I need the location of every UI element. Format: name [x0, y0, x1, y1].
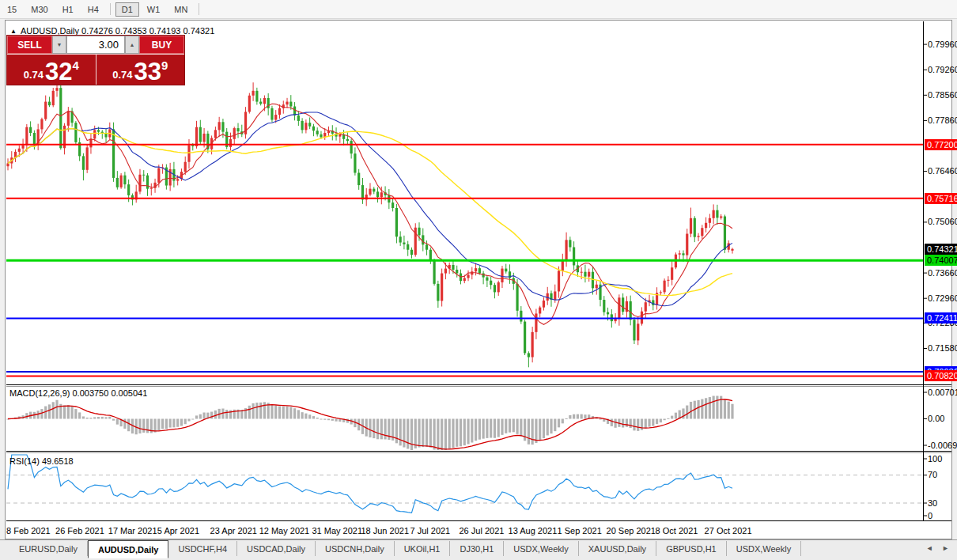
- chart-symbol: AUDUSD,Daily: [21, 26, 79, 36]
- chevron-down-icon: ▼: [57, 42, 62, 47]
- rsi-axis-label: 100: [928, 454, 942, 464]
- price-tick-label: 0.72960: [928, 293, 957, 303]
- price-tag-0.74007: 0.74007: [925, 255, 957, 266]
- timeframe-button-d1[interactable]: D1: [115, 2, 139, 17]
- date-axis-label: 7 Jul 2021: [410, 526, 450, 535]
- price-tag-0.70820: 0.70820: [925, 370, 957, 381]
- one-click-trade-panel: SELL ▼ 3.00 ▲ BUY 0.74 32 4 0.74 33 9: [7, 36, 184, 85]
- volume-input[interactable]: 3.00: [66, 36, 125, 54]
- buy-price[interactable]: 0.74 33 9: [96, 55, 185, 85]
- sell-price-prefix: 0.74: [24, 69, 44, 81]
- chart-tabbar: EURUSD,DailyAUDUSD,DailyUSDCHF,H4USDCAD,…: [0, 539, 957, 560]
- price-tag-0.75716: 0.75716: [925, 193, 957, 204]
- toolbar-separator: [110, 3, 111, 15]
- date-axis-label: 31 May 2021: [312, 526, 362, 535]
- timeframe-toolbar: 15M30H1H4D1W1MN: [0, 0, 957, 19]
- macd-axis-label: 0.00: [928, 414, 944, 423]
- chart-tab-usdx-weekly[interactable]: USDX,Weekly: [727, 541, 801, 556]
- rsi-axis-label: 30: [928, 498, 937, 508]
- date-axis-label: 1 Sep 2021: [558, 526, 602, 535]
- chart-tab-gbpusd-h1[interactable]: GBPUSD,H1: [656, 541, 727, 556]
- price-tick-label: 0.75060: [928, 217, 957, 226]
- rsi-axis-label: 0: [928, 511, 932, 520]
- mt4-window: 15M30H1H4D1W1MN ▲ AUDUSD,Daily 0.74276 0…: [0, 0, 957, 560]
- price-tag-0.77200: 0.77200: [925, 139, 957, 150]
- date-axis-label: 8 Oct 2021: [656, 526, 698, 535]
- date-axis-label: 26 Jul 2021: [459, 526, 504, 535]
- date-axis-label: 17 Mar 2021: [108, 526, 157, 535]
- date-axis-label: 18 Jun 2021: [361, 526, 409, 535]
- price-tick-label: 0.73660: [928, 268, 957, 278]
- timeframe-button-h1[interactable]: H1: [56, 2, 80, 17]
- chart-tab-usdchf-h4[interactable]: USDCHF,H4: [168, 541, 237, 556]
- price-tick-label: 0.79960: [928, 40, 957, 49]
- rsi-label: RSI(14) 49.6518: [9, 456, 74, 466]
- price-tick-label: 0.79260: [928, 65, 957, 74]
- sell-price-big: 32: [45, 62, 72, 81]
- tab-scroll-left-icon[interactable]: ◄: [926, 544, 933, 552]
- chart-tab-dj30-h1[interactable]: DJ30,H1: [450, 541, 504, 556]
- date-axis-label: 13 Aug 2021: [509, 526, 558, 535]
- buy-price-sup: 9: [161, 61, 168, 70]
- date-axis-label: 12 May 2021: [259, 526, 310, 535]
- buy-price-prefix: 0.74: [112, 69, 132, 81]
- buy-price-big: 33: [134, 62, 161, 81]
- trade-controls-row: SELL ▼ 3.00 ▲ BUY: [7, 36, 184, 55]
- collapse-arrow-icon[interactable]: ▲: [10, 28, 17, 35]
- chart-tab-eurusd-daily[interactable]: EURUSD,Daily: [9, 541, 88, 556]
- chart-tab-usdx-weekly[interactable]: USDX,Weekly: [504, 541, 578, 556]
- date-axis-label: 5 Apr 2021: [157, 526, 199, 535]
- price-tag-0.72411: 0.72411: [925, 312, 957, 324]
- chart-title: AUDUSD,Daily 0.74276 0.74353 0.74193 0.7…: [21, 26, 214, 36]
- price-tick-label: 0.77860: [928, 115, 957, 125]
- date-axis-label: 26 Feb 2021: [55, 526, 104, 535]
- sell-button[interactable]: SELL: [7, 36, 52, 54]
- volume-increase-button[interactable]: ▲: [125, 36, 139, 54]
- price-tick-label: 0.78560: [928, 90, 957, 100]
- trade-prices-row: 0.74 32 4 0.74 33 9: [7, 55, 184, 85]
- chart-tab-xauusd-daily[interactable]: XAUUSD,Daily: [579, 541, 656, 556]
- price-tick-label: 0.71580: [928, 343, 957, 353]
- chart-tab-usdcad-daily[interactable]: USDCAD,Daily: [237, 541, 316, 556]
- rsi-axis-label: 70: [928, 470, 937, 479]
- chart-ohlc-values: 0.74276 0.74353 0.74193 0.74321: [81, 26, 214, 36]
- sell-price[interactable]: 0.74 32 4: [7, 55, 96, 85]
- price-tag-0.74321: 0.74321: [925, 244, 957, 255]
- tab-scroll-buttons: ◄ ►: [919, 544, 949, 552]
- date-axis-label: 20 Sep 2021: [607, 526, 656, 535]
- timeframe-button-w1[interactable]: W1: [141, 2, 167, 17]
- timeframe-button-mn[interactable]: MN: [168, 2, 194, 17]
- tab-scroll-right-icon[interactable]: ►: [942, 544, 949, 552]
- chart-tab-audusd-daily[interactable]: AUDUSD,Daily: [88, 540, 168, 558]
- buy-button[interactable]: BUY: [139, 36, 184, 54]
- price-tick-label: 0.76460: [928, 166, 957, 176]
- toolbar-separator: [199, 3, 199, 15]
- chart-tab-usdcnh-daily[interactable]: USDCNH,Daily: [316, 541, 395, 556]
- chevron-up-icon: ▲: [130, 42, 135, 47]
- chart-tab-ukoil-h1[interactable]: UKOil,H1: [395, 541, 451, 556]
- date-axis-label: 27 Oct 2021: [705, 526, 752, 535]
- timeframe-button-15[interactable]: 15: [1, 2, 23, 17]
- sell-price-sup: 4: [72, 61, 78, 70]
- date-axis-label: 23 Apr 2021: [210, 526, 257, 535]
- macd-axis-label: 0.007015: [928, 388, 957, 397]
- macd-label: MACD(12,26,9) 0.003750 0.005041: [9, 388, 147, 398]
- date-axis-label: 8 Feb 2021: [6, 526, 51, 535]
- macd-axis-label: -0.006923: [928, 441, 957, 450]
- volume-decrease-button[interactable]: ▼: [52, 36, 66, 54]
- timeframe-button-h4[interactable]: H4: [81, 2, 105, 17]
- timeframe-button-m30[interactable]: M30: [25, 2, 54, 17]
